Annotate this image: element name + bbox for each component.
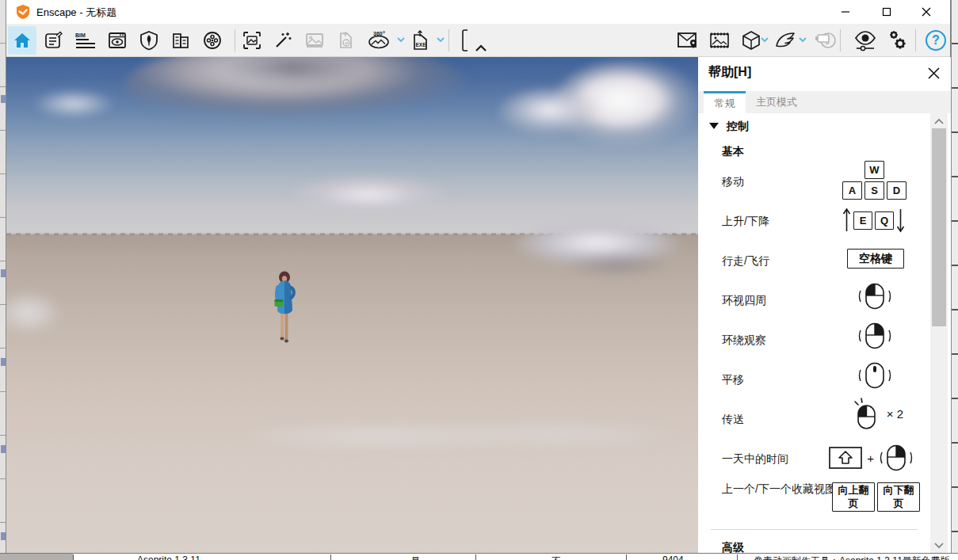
scroll-down-arrow[interactable] <box>933 541 945 549</box>
mouse-double-click-icon: × 2 <box>852 397 903 430</box>
bim-label: BIM <box>75 32 86 38</box>
scroll-up-arrow[interactable] <box>933 117 945 125</box>
projection-dropdown-chevron[interactable] <box>760 36 769 44</box>
help-panel-close-button[interactable] <box>924 63 943 82</box>
exe-text: EXE <box>416 42 427 48</box>
mouse-right-drag-icon <box>857 322 892 349</box>
bracket-icon <box>455 26 474 55</box>
background-text-fragment <box>1 269 6 277</box>
enscape-logo-icon <box>16 5 30 22</box>
wasd-keys: W A S D <box>842 161 906 200</box>
section-divider <box>711 529 918 530</box>
cloud <box>244 417 688 454</box>
section-basic: 基本 <box>722 145 744 159</box>
arrow-up-icon <box>842 207 851 234</box>
help-panel-body: 控制 基本 移动 W A S D 上升/下降 <box>698 113 951 553</box>
send-feedback-button[interactable] <box>674 26 702 55</box>
toolbar-separator <box>448 29 449 51</box>
row-lookaround-label: 环视四周 <box>722 294 766 308</box>
maximize-button[interactable] <box>869 0 904 24</box>
background-table-cell: 是 <box>330 554 475 560</box>
environment-shield-button[interactable] <box>135 26 163 55</box>
ground <box>6 234 698 553</box>
row-timeofday-label: 一天中的时间 <box>722 452 788 467</box>
background-table-cell: 9404 <box>626 554 737 560</box>
asset-library-button[interactable] <box>166 26 195 55</box>
minimize-button[interactable] <box>828 0 863 24</box>
scrollbar-thumb[interactable] <box>932 128 946 326</box>
key-q: Q <box>875 211 894 230</box>
exe-dropdown-chevron[interactable] <box>436 36 445 44</box>
collapse-triangle-icon[interactable] <box>709 123 719 129</box>
shift-key-icon <box>829 447 862 469</box>
background-window-left-sliver <box>0 0 6 560</box>
key-pagedown: 向下翻页 <box>877 482 920 512</box>
cloud <box>561 251 672 278</box>
background-table-cell: Aseprite 1.3.11 <box>73 554 330 560</box>
render-image-button-disabled[interactable] <box>300 26 329 55</box>
tab-home-mode[interactable]: 主页模式 <box>746 91 807 113</box>
background-table-cell: 像素动画制作工具：Aseprite 1.3.11最新免费版 <box>737 554 958 560</box>
background-text-fragment <box>1 445 6 453</box>
fly-mode-dropdown-chevron[interactable] <box>798 36 807 44</box>
video-editor-button[interactable] <box>198 26 227 55</box>
mouse-left-drag-icon <box>857 283 892 310</box>
window-title: Enscape - 无标题 <box>36 6 116 20</box>
key-e: E <box>853 211 872 230</box>
background-window-bottom-strip: Aseprite 1.3.11 是 不 9404 像素动画制作工具：Asepri… <box>0 553 958 560</box>
help-panel: 帮助[H] 常规 主页模式 控制 基本 移动 W <box>698 57 951 553</box>
section-controls[interactable]: 控制 <box>727 120 749 134</box>
panorama-dropdown-chevron[interactable] <box>396 36 406 44</box>
export-file-button-disabled[interactable] <box>331 26 360 55</box>
toolbar-separator <box>235 29 235 51</box>
help-panel-scrollbar[interactable] <box>930 113 948 553</box>
background-bottom-shade <box>0 554 73 560</box>
render-viewport[interactable] <box>6 57 698 553</box>
background-text-fragment <box>1 358 6 366</box>
shift-plus-mouse-icon: + <box>829 444 914 471</box>
section-advanced: 高级 <box>722 541 744 553</box>
screenshot-button[interactable] <box>238 26 266 55</box>
mouse-right-drag-icon <box>879 444 914 471</box>
row-updown-label: 上升/下降 <box>722 215 769 229</box>
page-keys: 向上翻页 向下翻页 <box>832 482 920 512</box>
fly-mode-wing-button[interactable] <box>771 26 800 55</box>
enscape-window: Enscape - 无标题 <box>6 0 951 553</box>
key-s: S <box>864 181 884 200</box>
row-teleport-label: 传送 <box>722 413 744 427</box>
scene-notes-button[interactable] <box>40 26 68 55</box>
vr-headset-button-disabled[interactable] <box>812 26 841 55</box>
background-text-fragment <box>1 95 6 103</box>
key-d: D <box>887 181 906 200</box>
cloud <box>292 174 462 220</box>
home-button[interactable] <box>8 26 36 55</box>
render-window-button[interactable] <box>103 26 132 55</box>
background-text-fragment <box>1 532 6 540</box>
export-exe-button[interactable]: EXE <box>406 26 435 55</box>
row-move-label: 移动 <box>722 175 744 189</box>
magic-wand-button[interactable] <box>269 26 297 55</box>
help-panel-tabs: 常规 主页模式 <box>698 91 951 113</box>
row-pan-label: 平移 <box>722 373 744 387</box>
collapse-toolbar-chevron[interactable] <box>475 44 487 52</box>
updown-keys: E Q <box>842 207 905 234</box>
tab-general[interactable]: 常规 <box>704 91 746 113</box>
settings-gears-button[interactable] <box>884 26 912 55</box>
row-walkfly-label: 行走/飞行 <box>722 254 769 269</box>
person-figure <box>268 270 300 346</box>
close-button[interactable] <box>909 0 944 24</box>
background-window-right-sliver <box>951 0 958 560</box>
times-two-label: × 2 <box>887 407 903 421</box>
visual-settings-button[interactable] <box>851 26 880 55</box>
row-orbit-label: 环绕观察 <box>722 333 766 348</box>
help-question-glyph: ? <box>926 30 946 51</box>
bim-info-button[interactable]: BIM <box>71 26 100 55</box>
help-button-active[interactable]: ? <box>922 26 950 55</box>
main-toolbar: BIM <box>6 24 950 57</box>
key-w: W <box>864 161 884 179</box>
panorama-360-button[interactable]: 360 <box>364 26 393 55</box>
arrow-down-icon <box>896 207 905 234</box>
batch-render-button[interactable] <box>705 26 734 55</box>
toolbar-separator <box>840 29 841 51</box>
background-table-cell: 不 <box>475 554 626 560</box>
